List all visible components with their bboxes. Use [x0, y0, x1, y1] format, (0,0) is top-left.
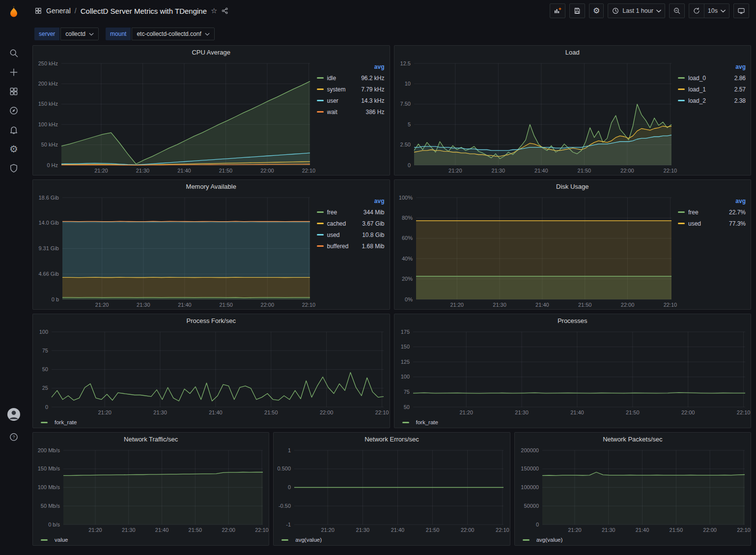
- series-color-swatch: [678, 88, 685, 90]
- svg-text:21:20: 21:20: [95, 302, 109, 308]
- svg-text:5: 5: [407, 121, 410, 127]
- network-errors-legend: avg(value): [274, 534, 509, 545]
- series-color-swatch: [41, 539, 48, 541]
- chart-svg: 0 b4.66 Gib9.31 Gib14.0 Gib18.6 Gib21:20…: [33, 193, 316, 309]
- svg-text:80%: 80%: [401, 215, 412, 221]
- network-packets-chart[interactable]: 05000010000015000020000021:2021:3021:402…: [515, 445, 751, 534]
- legend-item[interactable]: load_02.86: [678, 72, 746, 84]
- network-errors-chart[interactable]: -1-0.5000.500121:2021:3021:4021:5022:002…: [274, 445, 509, 534]
- svg-text:21:30: 21:30: [136, 168, 150, 174]
- panel-title[interactable]: Disk Usage: [394, 180, 751, 193]
- svg-text:22:10: 22:10: [496, 527, 509, 533]
- star-icon[interactable]: ☆: [211, 6, 217, 15]
- panel-title[interactable]: Network Traffic/sec: [33, 433, 269, 445]
- svg-text:21:40: 21:40: [534, 168, 548, 174]
- svg-text:22:10: 22:10: [736, 409, 750, 415]
- zoom-out-button[interactable]: [669, 3, 685, 18]
- help-icon[interactable]: ?: [0, 427, 28, 446]
- svg-text:21:40: 21:40: [570, 409, 584, 415]
- svg-text:40%: 40%: [401, 256, 412, 262]
- chart-svg: 0 b/s50 Mb/s100 Mb/s150 Mb/s200 Mb/s21:2…: [33, 445, 269, 534]
- legend-item[interactable]: wait386 Hz: [317, 106, 385, 117]
- svg-text:75: 75: [42, 348, 48, 353]
- legend-item[interactable]: fork_rate: [55, 419, 390, 425]
- dashboards-icon[interactable]: [0, 82, 28, 101]
- search-icon[interactable]: [0, 43, 28, 62]
- legend-item[interactable]: system7.79 kHz: [317, 84, 385, 95]
- admin-shield-icon[interactable]: [0, 158, 28, 177]
- tv-mode-button[interactable]: [733, 3, 749, 18]
- svg-text:21:20: 21:20: [94, 168, 108, 174]
- legend-item[interactable]: free22.7%: [678, 206, 746, 218]
- panel-title[interactable]: Memory Available: [33, 180, 390, 193]
- svg-text:-1: -1: [286, 522, 291, 527]
- svg-text:21:50: 21:50: [219, 302, 233, 308]
- legend-item[interactable]: avg(value): [295, 537, 509, 543]
- svg-text:21:50: 21:50: [189, 527, 202, 533]
- legend-item[interactable]: idle96.2 kHz: [317, 72, 385, 84]
- explore-compass-icon[interactable]: [0, 101, 28, 120]
- add-panel-button[interactable]: [550, 3, 565, 18]
- breadcrumb-separator: /: [75, 7, 77, 15]
- svg-text:21:40: 21:40: [209, 409, 223, 415]
- alerting-bell-icon[interactable]: [0, 120, 28, 139]
- save-dashboard-button[interactable]: [569, 3, 585, 18]
- disk-usage-legend: avgfree22.7%used77.3%: [677, 193, 751, 309]
- panel-title[interactable]: Network Errors/sec: [274, 433, 509, 445]
- variable-select-mount[interactable]: etc-collectd-collectd.conf: [132, 28, 214, 40]
- user-avatar[interactable]: [7, 408, 20, 421]
- svg-text:100000: 100000: [521, 484, 539, 490]
- svg-text:0 b: 0 b: [52, 296, 59, 302]
- svg-text:22:00: 22:00: [620, 168, 634, 174]
- grafana-logo-icon[interactable]: [0, 1, 28, 23]
- svg-text:200 kHz: 200 kHz: [38, 81, 58, 87]
- svg-text:22:10: 22:10: [375, 409, 389, 415]
- legend-item[interactable]: user14.3 kHz: [317, 95, 385, 106]
- refresh-button[interactable]: [689, 3, 704, 18]
- network-traffic-chart[interactable]: 0 b/s50 Mb/s100 Mb/s150 Mb/s200 Mb/s21:2…: [33, 445, 269, 534]
- panel-title[interactable]: Processes: [394, 314, 751, 327]
- panel-title[interactable]: Process Fork/sec: [33, 314, 390, 327]
- series-color-swatch: [678, 223, 685, 224]
- svg-text:0 Hz: 0 Hz: [47, 162, 58, 168]
- legend-item[interactable]: value: [55, 537, 269, 543]
- legend-item[interactable]: load_22.38: [678, 95, 746, 106]
- svg-text:21:20: 21:20: [459, 409, 473, 415]
- configuration-gear-icon[interactable]: ⚙: [0, 139, 28, 158]
- create-plus-icon[interactable]: [0, 62, 28, 82]
- processes-chart[interactable]: 507510012515017521:2021:3021:4021:5022:0…: [394, 327, 751, 417]
- svg-text:22:10: 22:10: [302, 168, 316, 174]
- processes-legend: fork_rate: [394, 417, 751, 428]
- process-fork-chart[interactable]: 025507510021:2021:3021:4021:5022:0022:10: [33, 327, 390, 417]
- svg-text:21:40: 21:40: [391, 527, 405, 533]
- legend-item[interactable]: cached3.67 Gib: [317, 218, 385, 229]
- panel-processes: Processes 507510012515017521:2021:3021:4…: [394, 314, 752, 428]
- cpu-average-chart[interactable]: 0 Hz50 kHz100 kHz150 kHz200 kHz250 kHz21…: [33, 58, 316, 175]
- panel-title[interactable]: CPU Average: [33, 46, 390, 58]
- legend-item[interactable]: fork_rate: [416, 419, 751, 425]
- svg-text:22:00: 22:00: [320, 409, 334, 415]
- memory-available-chart[interactable]: 0 b4.66 Gib9.31 Gib14.0 Gib18.6 Gib21:20…: [33, 193, 316, 309]
- share-icon[interactable]: [221, 7, 229, 15]
- svg-text:0: 0: [407, 162, 410, 168]
- time-range-picker[interactable]: Last 1 hour: [608, 3, 665, 18]
- variable-select-server[interactable]: collectd: [60, 28, 99, 40]
- load-chart[interactable]: 02.5057.501012.521:2021:3021:4021:5022:0…: [394, 58, 677, 175]
- chart-svg: 025507510021:2021:3021:4021:5022:0022:10: [33, 327, 390, 417]
- legend-item[interactable]: avg(value): [536, 537, 751, 543]
- legend-item[interactable]: used10.8 Gib: [317, 229, 385, 240]
- legend-item[interactable]: buffered1.68 Mib: [317, 240, 385, 252]
- breadcrumb-folder[interactable]: General: [46, 7, 71, 15]
- svg-text:0 b/s: 0 b/s: [48, 522, 60, 527]
- svg-text:21:30: 21:30: [602, 527, 616, 533]
- disk-usage-chart[interactable]: 0%20%40%60%80%100%21:2021:3021:4021:5022…: [394, 193, 677, 309]
- refresh-interval-label: 10s: [708, 7, 718, 14]
- panel-disk-usage: Disk Usage 0%20%40%60%80%100%21:2021:302…: [394, 179, 752, 310]
- legend-item[interactable]: used77.3%: [678, 218, 746, 229]
- legend-item[interactable]: free344 Mib: [317, 206, 385, 218]
- refresh-interval-picker[interactable]: 10s: [704, 3, 729, 18]
- panel-title[interactable]: Network Packets/sec: [515, 433, 751, 445]
- legend-item[interactable]: load_12.57: [678, 84, 746, 95]
- panel-title[interactable]: Load: [394, 46, 751, 58]
- dashboard-settings-button[interactable]: ⚙: [589, 3, 604, 18]
